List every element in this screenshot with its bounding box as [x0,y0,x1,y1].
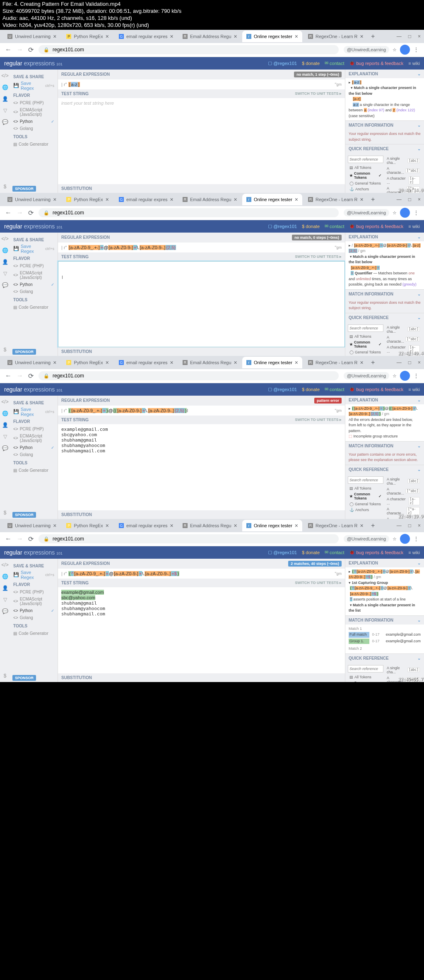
search-reference-input[interactable] [348,324,383,332]
ref-item[interactable]: ★ Common Tokens ✓ [348,171,383,180]
reload-button[interactable]: ⟳ [28,46,34,54]
sponsor-badge[interactable]: SPONSOR [12,675,36,681]
forward-button[interactable]: → [17,46,23,53]
tab[interactable]: RRegexOne - Learn R× [304,520,366,531]
user-icon[interactable]: 👤 [2,96,8,102]
test-input[interactable]: example@gmail.com sbc@yahoo.com shubham@… [58,587,345,673]
ref-item[interactable]: ⚓ Anchors [348,186,383,192]
tab[interactable]: PPython RegEx× [62,31,113,42]
close-icon[interactable]: × [295,33,298,40]
test-title: TEST STRING [61,91,89,96]
tab[interactable]: UUnwired Learning× [3,357,60,368]
tab[interactable]: RRegexOne - Learn R× [304,194,366,205]
regex-input[interactable]: | r" [a-z] "gm [58,79,345,89]
code-icon[interactable]: </> [1,73,8,79]
donate-link[interactable]: $ donate [302,60,320,66]
profile-name[interactable]: @UnwiredLearning [344,46,389,53]
flavor-pcre[interactable]: <> PCRE (PHP) [13,99,54,106]
save-regex-button[interactable]: 💾Save Regexctrl+s [13,81,54,91]
regex-input[interactable]: | r" [a-zA-Z0-9_.+-]+@[a-zA-Z0-9-]+\.[a-… [58,243,345,252]
avatar[interactable] [400,45,410,55]
filter-icon[interactable]: ▽ [3,108,7,113]
app-title: regular expressions 101 [4,60,63,67]
regex-input[interactable]: | r" (^[a-zA-Z0-9_.+-]+@[a-zA-Z0-9-]+\.[… [58,569,345,579]
tab[interactable]: REmail Address Regu× [178,357,241,368]
tab[interactable]: Gemail regular expres× [115,31,177,42]
add-tab-button[interactable]: + [368,33,378,40]
tab-active[interactable]: rOnline regex tester× [242,520,302,531]
app-title: regular expressions 101 [4,223,63,230]
tab[interactable]: Gemail regular expres× [115,357,177,368]
bug-link[interactable]: 🐞 bug reports & feedback [349,60,403,66]
wiki-link[interactable]: ≡ wiki [408,60,420,66]
tab[interactable]: UUnwired Learning× [3,31,60,42]
status-badge-error: pattern error [314,398,342,404]
sponsor-badge[interactable]: SPONSOR [12,186,36,192]
close-window-icon[interactable]: × [418,34,421,39]
star-icon[interactable]: ☆ [393,47,397,53]
tab[interactable]: Gemail regular expres× [115,520,177,531]
back-button[interactable]: ← [5,46,12,53]
tab[interactable]: PPython RegEx× [62,194,113,205]
tab[interactable]: PPython RegEx× [62,520,113,531]
tab[interactable]: REmail Address Regu× [178,520,241,531]
globe-icon[interactable]: 🌐 [2,84,8,90]
code-generator[interactable]: ▤ Code Generator [13,141,54,148]
code-icon[interactable]: </> [1,236,8,242]
ref-item[interactable]: ◯ General Tokens [348,180,383,186]
tab[interactable]: UUnwired Learning× [3,520,60,531]
save-share-title: SAVE & SHARE [13,74,54,79]
add-tab-button[interactable]: + [368,196,378,203]
minimize-icon[interactable]: — [397,34,402,39]
flavor-golang[interactable]: <> Golang [13,125,54,132]
sponsor-badge[interactable]: SPONSOR [12,349,36,355]
contact-link[interactable]: ✉ contact [325,60,344,66]
search-reference-input[interactable] [348,156,383,163]
flavor-python[interactable]: <> Python✓ [13,118,54,125]
close-icon[interactable]: × [360,33,364,40]
back-button[interactable]: ← [5,209,12,216]
save-icon: 💾 [13,83,19,88]
forward-button[interactable]: → [17,209,23,216]
close-icon[interactable]: × [106,33,109,40]
ref-item[interactable]: A single cha...[abc] [385,156,422,166]
menu-icon[interactable]: ⋮ [413,46,419,53]
chat-icon[interactable]: 💬 [2,119,8,125]
unit-tests-link[interactable]: SWITCH TO UNIT TESTS ▸ [295,91,342,96]
match-results: Match 1 Full match0-17example@gmail.com … [345,625,424,653]
url-input[interactable]: 🔒regex101.com [39,208,339,217]
ref-item[interactable]: A character ...[a-z] [385,175,422,185]
chevron-icon[interactable]: ⌄ [417,72,421,76]
close-icon[interactable]: × [234,33,237,40]
dollar-icon[interactable]: $ [4,184,7,193]
save-regex-button[interactable]: 💾Save Regexctrl+s [13,244,54,254]
close-icon[interactable]: × [170,33,173,40]
twitter-link[interactable]: ▢ @regex101 [268,60,297,66]
ref-item[interactable]: ▤ All Tokens [348,165,383,171]
flavor-ecma[interactable]: <> ECMAScript (JavaScript) [13,106,54,118]
tab-active[interactable]: rOnline regex tester× [242,357,302,368]
url-input[interactable]: 🔒regex101.com [39,45,339,54]
ref-item[interactable]: A characte...[^abc] [385,166,422,175]
tab-active[interactable]: rOnline regex tester× [242,31,302,42]
regex-input[interactable]: | r" ([a-zA-Z0-9_.+-]+)@(([a-zA-Z0-9-]+\… [58,406,345,416]
file-info-line: File: 4. Creating Pattern For Email Vali… [2,1,422,8]
tab[interactable]: REmail Address Regu× [178,31,241,42]
test-input[interactable]: insert your test string here [58,98,345,184]
close-icon[interactable]: × [53,33,56,40]
chevron-icon[interactable]: ⌄ [417,147,421,151]
tab[interactable]: PPython RegEx× [62,357,113,368]
tab[interactable]: Gemail regular expres× [115,194,177,205]
tab-active[interactable]: rOnline regex tester× [242,194,302,205]
maximize-icon[interactable]: □ [408,34,411,39]
test-input[interactable]: I [58,261,345,347]
tab[interactable]: REmail Address Regu× [178,194,241,205]
reload-button[interactable]: ⟳ [28,209,34,217]
explanation-content: ▸ [a-z] ▾ Match a single character prese… [345,78,424,121]
tab[interactable]: RRegexOne - Learn R× [304,31,366,42]
tab[interactable]: UUnwired Learning× [3,194,60,205]
tab[interactable]: RRegexOne - Learn R× [304,357,366,368]
test-input[interactable]: example@gmail.com sbc@yahoo.com shubham@… [58,424,345,510]
sponsor-badge[interactable]: SPONSOR [12,512,36,518]
chevron-icon[interactable]: ⌄ [417,123,421,127]
